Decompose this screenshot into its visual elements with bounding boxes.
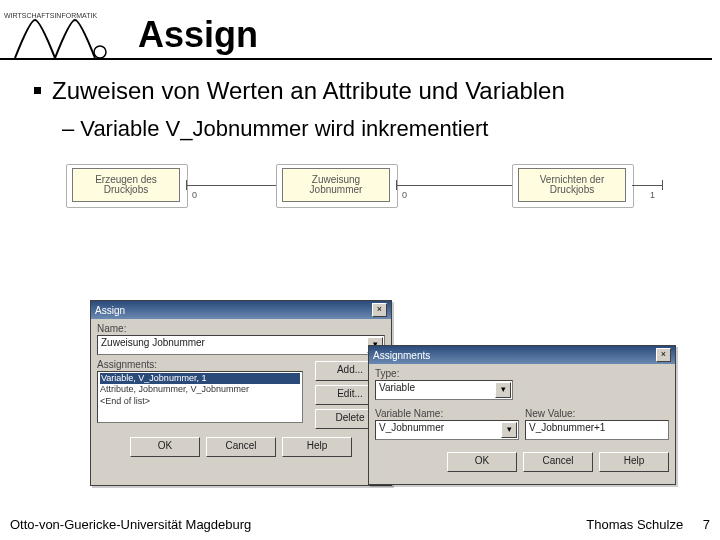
footer-left: Otto-von-Guericke-Universität Magdeburg: [10, 517, 251, 532]
list-row-1[interactable]: Variable, V_Jobnummer, 1: [100, 373, 300, 384]
name-field[interactable]: Zuweisung Jobnummer: [97, 335, 385, 355]
flow-box-3: Vernichten der Druckjobs: [518, 168, 626, 202]
assignments-list[interactable]: Variable, V_Jobnummer, 1 Attribute, Jobn…: [97, 371, 303, 423]
assignments-dialog: Assignments × Type: Variable Variable Na…: [368, 345, 676, 485]
cancel-button[interactable]: Cancel: [206, 437, 276, 457]
varname-label: Variable Name:: [375, 408, 513, 419]
slide-title: Assign: [138, 14, 258, 58]
varname-field[interactable]: V_Jobnummer: [375, 420, 519, 440]
svg-point-0: [94, 46, 106, 58]
help-button[interactable]: Help: [282, 437, 352, 457]
type-label: Type:: [375, 368, 669, 379]
sub-bullet: – Variable V_Jobnummer wird inkrementier…: [62, 116, 692, 142]
close-icon[interactable]: ×: [656, 348, 671, 362]
logo: WIRTSCHAFTSINFORMATIK: [0, 8, 120, 58]
assign-dialog-title: Assign: [95, 305, 125, 316]
assign-dialog: Assign × Name: Zuweisung Jobnummer Assig…: [90, 300, 392, 486]
ok-button[interactable]: OK: [130, 437, 200, 457]
flow-zero-2: 0: [402, 190, 407, 200]
main-bullet: Zuweisen von Werten an Attribute und Var…: [34, 76, 692, 106]
flow-box-1: Erzeugen des Druckjobs: [72, 168, 180, 202]
help-button[interactable]: Help: [599, 452, 669, 472]
flow-box-2: Zuweisung Jobnummer: [282, 168, 390, 202]
close-icon[interactable]: ×: [372, 303, 387, 317]
flow-zero-1: 0: [192, 190, 197, 200]
ok-button[interactable]: OK: [447, 452, 517, 472]
logo-text: WIRTSCHAFTSINFORMATIK: [4, 12, 97, 19]
flow-diagram: Erzeugen des Druckjobs 0 Zuweisung Jobnu…: [10, 156, 710, 218]
cancel-button[interactable]: Cancel: [523, 452, 593, 472]
page-number: 7: [687, 517, 710, 532]
list-row-2[interactable]: Attribute, Jobnummer, V_Jobnummer: [100, 384, 300, 395]
name-label: Name:: [97, 323, 385, 334]
footer-right: Thomas Schulze: [586, 517, 683, 532]
newval-field[interactable]: V_Jobnummer+1: [525, 420, 669, 440]
newval-label: New Value:: [525, 408, 663, 419]
assignments-dialog-title: Assignments: [373, 350, 430, 361]
list-row-3[interactable]: <End of list>: [100, 396, 300, 407]
flow-one: 1: [650, 190, 655, 200]
type-field[interactable]: Variable: [375, 380, 513, 400]
